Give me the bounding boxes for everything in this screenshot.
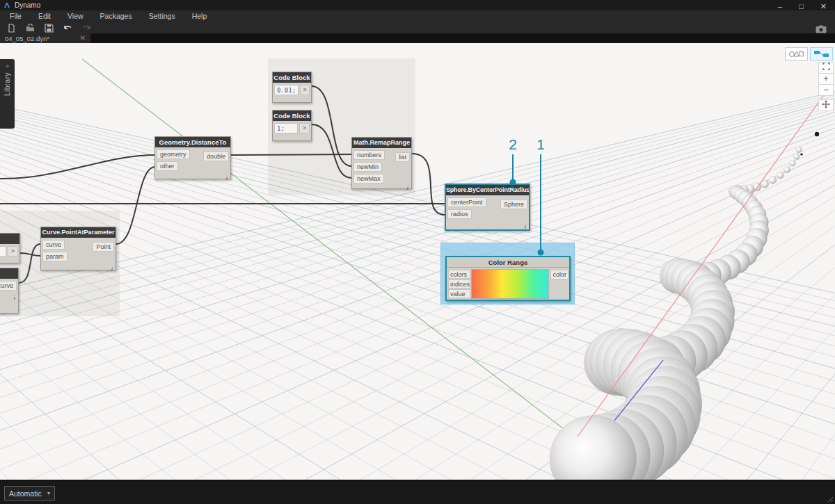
node-math-remap-range[interactable]: Math.RemapRange numbers newMin newMax li… — [351, 137, 412, 189]
pan-button[interactable] — [818, 99, 834, 111]
menu-edit[interactable]: Edit — [30, 12, 59, 20]
input-port-centerpoint[interactable]: centerPoint — [447, 197, 486, 207]
geometry-shapes-icon — [788, 49, 805, 58]
output-port[interactable]: > — [299, 123, 310, 133]
node-header[interactable]: Code Block — [273, 72, 311, 83]
node-color-range[interactable]: Color Range colors indices value color — [445, 256, 571, 301]
run-mode-value: Automatic — [9, 489, 42, 498]
redo-icon[interactable] — [82, 24, 91, 33]
menu-file[interactable]: File — [1, 12, 30, 20]
menu-help[interactable]: Help — [184, 12, 216, 20]
annotation-number-2: 2 — [503, 136, 523, 153]
input-port-value[interactable]: value — [448, 289, 470, 298]
color-range-gradient[interactable] — [471, 269, 549, 299]
tab-close-icon[interactable]: ✕ — [80, 35, 86, 42]
node-partial-curve[interactable]: yCurve i — [0, 268, 19, 314]
menu-bar: File Edit View Packages Settings Help — [0, 10, 835, 22]
fit-view-icon — [822, 63, 830, 70]
input-port-newmin[interactable]: newMin — [353, 162, 382, 172]
status-bar: Automatic ▾ — [0, 480, 835, 504]
menu-view[interactable]: View — [59, 12, 92, 20]
undo-icon[interactable] — [63, 24, 72, 33]
node-sphere-by-center-point-radius[interactable]: Sphere.ByCenterPointRadius centerPoint r… — [445, 184, 530, 231]
app-title: Dynamo — [15, 1, 40, 9]
output-port[interactable]: > — [8, 246, 18, 257]
input-port-colors[interactable]: colors — [448, 270, 470, 279]
annotation-number-1: 1 — [531, 136, 550, 153]
output-port-color[interactable]: color — [550, 270, 568, 279]
node-header[interactable]: Sphere.ByCenterPointRadius — [446, 185, 529, 195]
workspace-canvas[interactable]: » Library > yCurve i Code Block 0.01; > … — [0, 43, 835, 480]
toolbar — [0, 22, 835, 33]
node-code-block-1[interactable]: Code Block 0.01; > — [272, 72, 312, 103]
tab-04-05-02[interactable]: 04_05_02.dyn* ✕ — [0, 33, 90, 43]
output-port-list[interactable]: list — [395, 152, 410, 162]
node-graph-icon — [813, 49, 830, 58]
node-code-block-2[interactable]: Code Block 1; > — [272, 110, 312, 141]
zoom-fit-button[interactable] — [818, 62, 834, 74]
close-button[interactable]: ✕ — [820, 3, 827, 10]
library-label: Library — [3, 72, 11, 96]
lacing-indicator[interactable]: i — [226, 174, 228, 181]
input-port-newmax[interactable]: newMax — [353, 174, 384, 184]
title-bar: Dynamo — [0, 0, 835, 10]
output-port-point[interactable]: Point — [93, 242, 114, 252]
output-port-double[interactable]: double — [203, 152, 229, 161]
minimize-button[interactable]: – — [778, 3, 782, 10]
wire[interactable] — [0, 203, 445, 204]
wire[interactable] — [231, 154, 351, 155]
output-port-sphere[interactable]: Sphere — [500, 200, 527, 209]
input-port-other[interactable]: other — [157, 161, 178, 171]
input-port-numbers[interactable]: numbers — [353, 150, 385, 160]
wire[interactable] — [412, 154, 445, 215]
library-expand-icon: » — [6, 63, 9, 70]
input-port-curve[interactable]: curve — [42, 240, 65, 250]
resize-grip[interactable] — [827, 496, 834, 503]
zoom-controls: + − — [818, 63, 834, 111]
axis-lines-red-blue — [578, 83, 832, 437]
new-file-icon[interactable] — [7, 24, 16, 33]
node-geometry-distance-to[interactable]: Geometry.DistanceTo geometry other doubl… — [154, 136, 231, 179]
code-input[interactable]: 1; — [274, 123, 298, 133]
input-port-indices[interactable]: indices — [448, 279, 470, 288]
output-port[interactable]: > — [300, 85, 310, 95]
node-header[interactable]: Geometry.DistanceTo — [155, 137, 230, 147]
code-input[interactable]: 0.01; — [274, 85, 299, 95]
node-header[interactable]: Code Block — [273, 111, 311, 121]
lacing-indicator[interactable]: i — [14, 294, 15, 301]
node-header[interactable]: Color Range — [447, 257, 569, 268]
zoom-out-button[interactable]: − — [818, 84, 834, 96]
input-port-param[interactable]: param — [42, 252, 67, 261]
menu-packages[interactable]: Packages — [92, 12, 141, 20]
pan-icon — [822, 100, 830, 108]
node-header[interactable]: Math.RemapRange — [352, 138, 411, 148]
zoom-in-button[interactable]: + — [818, 73, 834, 85]
node-partial-code-block[interactable]: > — [0, 233, 20, 263]
lacing-indicator[interactable]: i — [111, 266, 113, 273]
tab-bar: 04_05_02.dyn* ✕ — [0, 33, 835, 43]
output-port[interactable]: yCurve — [0, 281, 17, 291]
menu-settings[interactable]: Settings — [141, 12, 184, 20]
window-controls: – □ ✕ — [778, 3, 827, 10]
graph-view-button[interactable] — [810, 47, 833, 60]
run-mode-dropdown[interactable]: Automatic ▾ — [4, 486, 55, 501]
chevron-down-icon: ▾ — [47, 490, 50, 496]
lacing-indicator[interactable]: i — [407, 184, 408, 191]
node-curve-point-at-parameter[interactable]: Curve.PointAtParameter curve param Point… — [40, 227, 116, 270]
camera-icon[interactable] — [816, 25, 827, 33]
library-panel-tab[interactable]: » Library — [0, 59, 15, 129]
dynamo-logo-icon — [3, 2, 10, 9]
input-port-radius[interactable]: radius — [447, 209, 472, 219]
view-toggle-group — [785, 47, 833, 60]
node-header[interactable]: Curve.PointAtParameter — [41, 227, 116, 238]
save-file-icon[interactable] — [45, 24, 54, 33]
geometry-view-button[interactable] — [785, 47, 808, 60]
lacing-indicator[interactable]: i — [525, 223, 526, 230]
input-port-geometry[interactable]: geometry — [157, 149, 190, 159]
tab-label: 04_05_02.dyn* — [5, 35, 49, 42]
maximize-button[interactable]: □ — [799, 3, 804, 10]
open-file-icon[interactable] — [26, 24, 35, 33]
